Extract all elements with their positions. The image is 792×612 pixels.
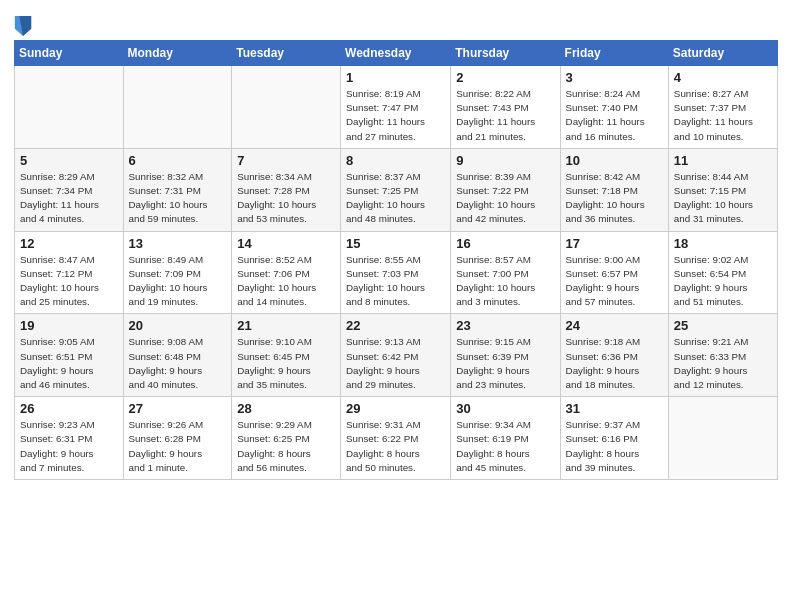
calendar-cell: 10Sunrise: 8:42 AMSunset: 7:18 PMDayligh… xyxy=(560,148,668,231)
calendar-cell: 22Sunrise: 9:13 AMSunset: 6:42 PMDayligh… xyxy=(341,314,451,397)
day-number: 29 xyxy=(346,401,445,416)
day-info: Sunrise: 8:55 AMSunset: 7:03 PMDaylight:… xyxy=(346,253,445,310)
day-info: Sunrise: 8:39 AMSunset: 7:22 PMDaylight:… xyxy=(456,170,554,227)
day-number: 22 xyxy=(346,318,445,333)
day-info: Sunrise: 9:31 AMSunset: 6:22 PMDaylight:… xyxy=(346,418,445,475)
day-number: 14 xyxy=(237,236,335,251)
calendar-cell: 24Sunrise: 9:18 AMSunset: 6:36 PMDayligh… xyxy=(560,314,668,397)
calendar-cell: 3Sunrise: 8:24 AMSunset: 7:40 PMDaylight… xyxy=(560,66,668,149)
week-row-5: 26Sunrise: 9:23 AMSunset: 6:31 PMDayligh… xyxy=(15,397,778,480)
day-number: 18 xyxy=(674,236,772,251)
calendar-cell: 23Sunrise: 9:15 AMSunset: 6:39 PMDayligh… xyxy=(451,314,560,397)
day-number: 21 xyxy=(237,318,335,333)
calendar-cell: 26Sunrise: 9:23 AMSunset: 6:31 PMDayligh… xyxy=(15,397,124,480)
calendar-cell xyxy=(668,397,777,480)
calendar-table: SundayMondayTuesdayWednesdayThursdayFrid… xyxy=(14,40,778,480)
calendar-cell: 15Sunrise: 8:55 AMSunset: 7:03 PMDayligh… xyxy=(341,231,451,314)
day-number: 1 xyxy=(346,70,445,85)
day-info: Sunrise: 8:37 AMSunset: 7:25 PMDaylight:… xyxy=(346,170,445,227)
calendar-cell: 4Sunrise: 8:27 AMSunset: 7:37 PMDaylight… xyxy=(668,66,777,149)
day-info: Sunrise: 9:23 AMSunset: 6:31 PMDaylight:… xyxy=(20,418,118,475)
calendar-cell: 5Sunrise: 8:29 AMSunset: 7:34 PMDaylight… xyxy=(15,148,124,231)
weekday-header-wednesday: Wednesday xyxy=(341,41,451,66)
calendar-cell: 16Sunrise: 8:57 AMSunset: 7:00 PMDayligh… xyxy=(451,231,560,314)
day-number: 2 xyxy=(456,70,554,85)
day-number: 8 xyxy=(346,153,445,168)
calendar-cell: 11Sunrise: 8:44 AMSunset: 7:15 PMDayligh… xyxy=(668,148,777,231)
calendar-cell: 17Sunrise: 9:00 AMSunset: 6:57 PMDayligh… xyxy=(560,231,668,314)
day-number: 30 xyxy=(456,401,554,416)
day-number: 17 xyxy=(566,236,663,251)
day-info: Sunrise: 9:37 AMSunset: 6:16 PMDaylight:… xyxy=(566,418,663,475)
day-number: 28 xyxy=(237,401,335,416)
week-row-1: 1Sunrise: 8:19 AMSunset: 7:47 PMDaylight… xyxy=(15,66,778,149)
day-number: 27 xyxy=(129,401,227,416)
calendar-cell: 12Sunrise: 8:47 AMSunset: 7:12 PMDayligh… xyxy=(15,231,124,314)
calendar-cell: 19Sunrise: 9:05 AMSunset: 6:51 PMDayligh… xyxy=(15,314,124,397)
day-number: 9 xyxy=(456,153,554,168)
calendar-cell: 21Sunrise: 9:10 AMSunset: 6:45 PMDayligh… xyxy=(232,314,341,397)
calendar-cell: 25Sunrise: 9:21 AMSunset: 6:33 PMDayligh… xyxy=(668,314,777,397)
day-number: 25 xyxy=(674,318,772,333)
day-info: Sunrise: 9:21 AMSunset: 6:33 PMDaylight:… xyxy=(674,335,772,392)
day-info: Sunrise: 9:10 AMSunset: 6:45 PMDaylight:… xyxy=(237,335,335,392)
day-number: 3 xyxy=(566,70,663,85)
logo-icon xyxy=(14,16,32,36)
day-number: 23 xyxy=(456,318,554,333)
day-info: Sunrise: 8:27 AMSunset: 7:37 PMDaylight:… xyxy=(674,87,772,144)
day-number: 15 xyxy=(346,236,445,251)
weekday-header-monday: Monday xyxy=(123,41,232,66)
day-number: 26 xyxy=(20,401,118,416)
calendar-cell: 29Sunrise: 9:31 AMSunset: 6:22 PMDayligh… xyxy=(341,397,451,480)
calendar-cell xyxy=(123,66,232,149)
calendar-cell: 1Sunrise: 8:19 AMSunset: 7:47 PMDaylight… xyxy=(341,66,451,149)
day-number: 13 xyxy=(129,236,227,251)
day-info: Sunrise: 8:19 AMSunset: 7:47 PMDaylight:… xyxy=(346,87,445,144)
weekday-header-tuesday: Tuesday xyxy=(232,41,341,66)
logo xyxy=(14,14,35,36)
day-info: Sunrise: 9:34 AMSunset: 6:19 PMDaylight:… xyxy=(456,418,554,475)
calendar-cell xyxy=(15,66,124,149)
day-info: Sunrise: 8:44 AMSunset: 7:15 PMDaylight:… xyxy=(674,170,772,227)
day-info: Sunrise: 8:29 AMSunset: 7:34 PMDaylight:… xyxy=(20,170,118,227)
day-info: Sunrise: 9:08 AMSunset: 6:48 PMDaylight:… xyxy=(129,335,227,392)
day-info: Sunrise: 8:34 AMSunset: 7:28 PMDaylight:… xyxy=(237,170,335,227)
calendar-cell: 2Sunrise: 8:22 AMSunset: 7:43 PMDaylight… xyxy=(451,66,560,149)
day-number: 4 xyxy=(674,70,772,85)
header xyxy=(14,10,778,36)
calendar-cell: 18Sunrise: 9:02 AMSunset: 6:54 PMDayligh… xyxy=(668,231,777,314)
calendar-cell: 7Sunrise: 8:34 AMSunset: 7:28 PMDaylight… xyxy=(232,148,341,231)
weekday-header-saturday: Saturday xyxy=(668,41,777,66)
calendar-page: SundayMondayTuesdayWednesdayThursdayFrid… xyxy=(0,0,792,612)
week-row-3: 12Sunrise: 8:47 AMSunset: 7:12 PMDayligh… xyxy=(15,231,778,314)
calendar-cell: 6Sunrise: 8:32 AMSunset: 7:31 PMDaylight… xyxy=(123,148,232,231)
day-info: Sunrise: 9:05 AMSunset: 6:51 PMDaylight:… xyxy=(20,335,118,392)
day-info: Sunrise: 9:02 AMSunset: 6:54 PMDaylight:… xyxy=(674,253,772,310)
day-number: 12 xyxy=(20,236,118,251)
calendar-cell: 31Sunrise: 9:37 AMSunset: 6:16 PMDayligh… xyxy=(560,397,668,480)
weekday-header-friday: Friday xyxy=(560,41,668,66)
day-info: Sunrise: 9:13 AMSunset: 6:42 PMDaylight:… xyxy=(346,335,445,392)
weekday-header-thursday: Thursday xyxy=(451,41,560,66)
day-info: Sunrise: 8:22 AMSunset: 7:43 PMDaylight:… xyxy=(456,87,554,144)
day-number: 24 xyxy=(566,318,663,333)
day-info: Sunrise: 8:57 AMSunset: 7:00 PMDaylight:… xyxy=(456,253,554,310)
week-row-4: 19Sunrise: 9:05 AMSunset: 6:51 PMDayligh… xyxy=(15,314,778,397)
day-info: Sunrise: 9:18 AMSunset: 6:36 PMDaylight:… xyxy=(566,335,663,392)
day-number: 16 xyxy=(456,236,554,251)
day-number: 20 xyxy=(129,318,227,333)
calendar-cell: 8Sunrise: 8:37 AMSunset: 7:25 PMDaylight… xyxy=(341,148,451,231)
calendar-cell: 28Sunrise: 9:29 AMSunset: 6:25 PMDayligh… xyxy=(232,397,341,480)
day-number: 6 xyxy=(129,153,227,168)
calendar-cell xyxy=(232,66,341,149)
day-info: Sunrise: 8:32 AMSunset: 7:31 PMDaylight:… xyxy=(129,170,227,227)
weekday-header-row: SundayMondayTuesdayWednesdayThursdayFrid… xyxy=(15,41,778,66)
day-number: 19 xyxy=(20,318,118,333)
day-info: Sunrise: 9:15 AMSunset: 6:39 PMDaylight:… xyxy=(456,335,554,392)
day-number: 11 xyxy=(674,153,772,168)
calendar-cell: 30Sunrise: 9:34 AMSunset: 6:19 PMDayligh… xyxy=(451,397,560,480)
day-info: Sunrise: 8:49 AMSunset: 7:09 PMDaylight:… xyxy=(129,253,227,310)
day-number: 10 xyxy=(566,153,663,168)
day-info: Sunrise: 8:47 AMSunset: 7:12 PMDaylight:… xyxy=(20,253,118,310)
day-info: Sunrise: 8:24 AMSunset: 7:40 PMDaylight:… xyxy=(566,87,663,144)
